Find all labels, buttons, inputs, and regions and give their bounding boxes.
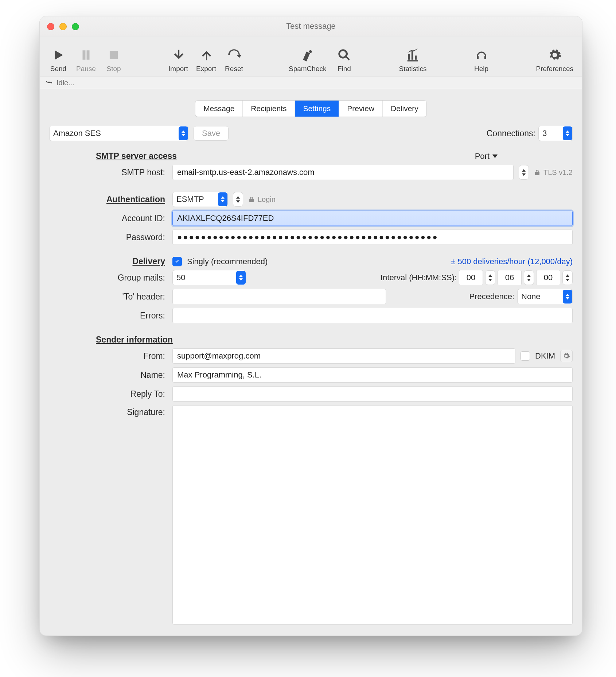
tls-indicator: TLS v1.2 [534,168,573,177]
name-input[interactable] [172,367,573,383]
spamcheck-button[interactable]: SpamCheck [289,48,327,73]
group-mails-label: Group mails: [49,273,167,283]
smtp-host-stepper[interactable] [519,165,529,180]
send-button[interactable]: Send [48,48,68,73]
dkim-settings-button[interactable] [560,350,573,362]
reset-button[interactable]: Reset [224,48,244,73]
chevron-updown-icon [563,126,572,140]
provider-select[interactable]: Amazon SES [49,126,188,141]
interval-ss-input[interactable] [536,270,560,285]
app-window: Test message Send Pause Stop Import [39,16,582,636]
stop-icon [107,48,121,62]
smtp-host-input[interactable] [172,165,514,180]
connections-value: 3 [539,129,563,138]
pause-icon [79,48,93,62]
pause-button[interactable]: Pause [76,48,96,73]
interval-mm-stepper[interactable] [524,270,534,285]
group-mails-value: 50 [173,273,236,282]
port-label: Port [475,152,490,161]
signature-textarea[interactable] [172,405,573,625]
auth-stepper[interactable] [233,192,243,207]
tab-message[interactable]: Message [195,101,243,117]
toolbar-label: Import [168,65,188,73]
statistics-button[interactable]: Statistics [399,48,426,73]
rate-link[interactable]: ± 500 deliveries/hour (12,000/day) [451,257,573,266]
tls-label: TLS v1.2 [543,168,573,177]
brush-icon [301,48,315,62]
toolbar-label: Statistics [399,65,426,73]
singly-label: Singly (recommended) [187,257,268,266]
provider-value: Amazon SES [50,129,179,138]
preferences-button[interactable]: Preferences [536,48,573,73]
settings-form: Amazon SES Save Connections: 3 SMTP serv… [40,126,582,635]
login-label: Login [258,195,276,204]
lock-icon [534,169,541,176]
tab-delivery[interactable]: Delivery [383,101,426,117]
window-title: Test message [286,21,336,31]
lock-icon [248,196,255,203]
minimize-icon[interactable] [59,23,67,30]
chevron-updown-icon [563,290,572,304]
status-text: Idle... [56,79,74,87]
from-input[interactable] [172,348,515,364]
signature-label: Signature: [49,405,167,417]
find-button[interactable]: Find [334,48,354,73]
toolbar-label: Find [338,65,351,73]
interval-ss-stepper[interactable] [562,270,573,285]
replyto-input[interactable] [172,386,573,402]
toolbar-label: Export [196,65,216,73]
account-id-label: Account ID: [49,214,167,223]
gear-icon [548,48,562,62]
stats-icon [406,48,420,62]
toolbar: Send Pause Stop Import Export Rese [40,36,582,77]
chevron-updown-icon [236,271,246,285]
toolbar-label: Help [474,65,488,73]
replyto-label: Reply To: [49,389,167,399]
stop-button[interactable]: Stop [104,48,124,73]
errors-label: Errors: [49,311,167,321]
tab-recipients[interactable]: Recipients [243,101,295,117]
section-delivery: Delivery [49,257,167,266]
toolbar-label: Stop [106,65,121,73]
port-button[interactable]: Port [475,152,498,161]
password-label: Password: [49,232,167,242]
zoom-icon[interactable] [72,23,79,30]
precedence-label: Precedence: [469,292,514,301]
toolbar-label: Preferences [536,65,573,73]
section-auth: Authentication [49,195,167,204]
singly-checkbox[interactable] [172,257,182,266]
precedence-select[interactable]: None [517,289,573,304]
help-button[interactable]: Help [472,48,491,73]
toolbar-label: Reset [225,65,243,73]
auth-method-value: ESMTP [173,195,218,204]
tabs-row: Message Recipients Settings Preview Deli… [40,89,582,126]
refresh-icon [227,48,241,62]
tab-settings[interactable]: Settings [295,101,339,117]
toolbar-label: Send [50,65,66,73]
interval-hh-stepper[interactable] [485,270,495,285]
close-icon[interactable] [47,23,54,30]
to-header-label: 'To' header: [49,292,167,302]
export-button[interactable]: Export [196,48,216,73]
interval-hh-input[interactable] [459,270,483,285]
tab-preview[interactable]: Preview [339,101,383,117]
connections-label: Connections: [487,129,535,138]
section-smtp: SMTP server access [96,151,179,161]
name-label: Name: [49,370,167,380]
auth-method-select[interactable]: ESMTP [172,192,228,207]
chevron-updown-icon [218,192,227,206]
headphones-icon [475,48,488,62]
dkim-checkbox[interactable] [521,351,530,361]
errors-input[interactable] [172,308,573,323]
connections-select[interactable]: 3 [538,126,573,141]
group-mails-select[interactable]: 50 [172,270,246,285]
save-button[interactable]: Save [194,126,229,141]
status-icon [45,79,53,87]
password-input[interactable] [172,230,573,245]
toolbar-label: SpamCheck [289,65,327,73]
interval-mm-input[interactable] [498,270,522,285]
account-id-input[interactable] [172,211,573,226]
to-header-input[interactable] [172,289,386,304]
toolbar-label: Pause [76,65,96,73]
import-button[interactable]: Import [168,48,188,73]
